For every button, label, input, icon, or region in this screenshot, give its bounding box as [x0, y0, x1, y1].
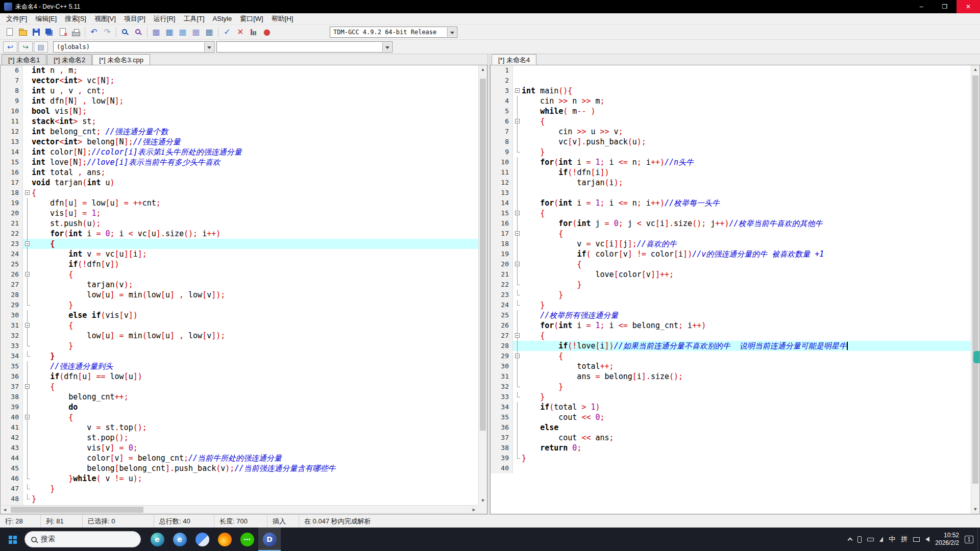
- code-text[interactable]: tarjan(i);: [522, 178, 971, 188]
- code-text[interactable]: }: [522, 300, 971, 310]
- code-line-32[interactable]: 32 low[u] = min(low[u] , low[v]);: [1, 331, 478, 341]
- code-text[interactable]: love[color[v]]++;: [522, 269, 971, 280]
- menu-item-1[interactable]: 编辑[E]: [31, 13, 61, 24]
- code-text[interactable]: }: [32, 341, 478, 351]
- code-line-25[interactable]: 25 //枚举所有强连通分量: [491, 310, 971, 320]
- code-line-23[interactable]: 23- {: [1, 239, 478, 249]
- code-text[interactable]: {: [522, 116, 971, 127]
- notification-badge[interactable]: 1: [965, 536, 973, 543]
- code-text[interactable]: {: [522, 208, 971, 218]
- fold-marker-icon[interactable]: -: [515, 354, 520, 358]
- hidden-icons-chevron-icon[interactable]: [848, 538, 853, 543]
- code-text[interactable]: {: [32, 269, 478, 280]
- code-text[interactable]: {: [522, 351, 971, 361]
- globals-select[interactable]: (globals): [53, 41, 214, 53]
- menu-item-8[interactable]: 窗口[W]: [236, 13, 267, 24]
- fold-marker-icon[interactable]: -: [25, 384, 30, 389]
- code-line-47[interactable]: 47 }: [1, 484, 478, 494]
- code-line-43[interactable]: 43 vis[v] = 0;: [1, 443, 478, 453]
- compile-run-icon[interactable]: ▦: [176, 26, 189, 38]
- rebuild-icon[interactable]: ▦: [189, 26, 203, 38]
- code-line-39[interactable]: 39 do: [1, 402, 478, 412]
- code-text[interactable]: cout << ans;: [522, 433, 971, 443]
- battery-icon[interactable]: [867, 538, 874, 541]
- code-line-30[interactable]: 30 total++;: [491, 361, 971, 371]
- left-horizontal-scrollbar[interactable]: ◄ ►: [1, 505, 478, 514]
- code-line-13[interactable]: 13: [491, 188, 971, 198]
- code-line-20[interactable]: 20- {: [491, 259, 971, 269]
- code-line-16[interactable]: 16 for(int j = 0; j < vc[i].size(); j++)…: [491, 218, 971, 229]
- code-line-29[interactable]: 29- {: [491, 351, 971, 361]
- members-select[interactable]: [216, 41, 393, 53]
- code-line-5[interactable]: 5 while( m-- ): [491, 106, 971, 116]
- code-text[interactable]: int color[N];//color[i]表示第i头牛所处的强连通分量: [32, 147, 478, 157]
- firefox-icon[interactable]: [213, 528, 236, 551]
- right-vertical-scrollbar[interactable]: ▲ ▼: [971, 65, 979, 514]
- left-tab-0[interactable]: [*] 未命名1: [2, 54, 46, 65]
- code-text[interactable]: vector<int> belong[N];//强连通分量: [32, 137, 478, 147]
- fold-marker-icon[interactable]: -: [25, 190, 30, 195]
- right-tab-0[interactable]: [*] 未命名4: [492, 54, 536, 65]
- menu-item-5[interactable]: 运行[R]: [150, 13, 180, 24]
- find-icon[interactable]: [118, 26, 132, 38]
- code-text[interactable]: }: [522, 392, 971, 402]
- code-line-8[interactable]: 8 vc[v].push_back(u);: [491, 137, 971, 147]
- code-line-32[interactable]: 32 }: [491, 382, 971, 392]
- code-line-36[interactable]: 36 else: [491, 422, 971, 433]
- code-text[interactable]: vis[u] = 1;: [32, 208, 478, 218]
- code-text[interactable]: {: [32, 320, 478, 331]
- code-line-37[interactable]: 37- {: [1, 382, 478, 392]
- syntax-check-icon[interactable]: ✓: [220, 26, 234, 38]
- code-text[interactable]: v = st.top();: [32, 422, 478, 433]
- menu-item-4[interactable]: 项目[P]: [120, 13, 150, 24]
- code-line-37[interactable]: 37 cout << ans;: [491, 433, 971, 443]
- code-line-36[interactable]: 36 if(dfn[u] == low[u]): [1, 371, 478, 382]
- fold-marker-icon[interactable]: -: [515, 211, 520, 215]
- code-line-12[interactable]: 12 tarjan(i);: [491, 178, 971, 188]
- fold-marker-icon[interactable]: -: [25, 415, 30, 419]
- maximize-button[interactable]: ❒: [933, 0, 957, 13]
- code-text[interactable]: do: [32, 402, 478, 412]
- scroll-down-arrow-icon[interactable]: ▼: [971, 505, 979, 514]
- code-text[interactable]: }: [522, 290, 971, 300]
- code-line-11[interactable]: 11 if(!dfn[i]): [491, 167, 971, 178]
- code-text[interactable]: int v = vc[u][i];: [32, 249, 478, 259]
- code-text[interactable]: }: [522, 382, 971, 392]
- code-line-41[interactable]: 41 v = st.top();: [1, 422, 478, 433]
- code-line-33[interactable]: 33 }: [491, 392, 971, 402]
- code-line-11[interactable]: 11stack<int> st;: [1, 116, 478, 127]
- code-line-24[interactable]: 24 int v = vc[u][i];: [1, 249, 478, 259]
- code-line-27[interactable]: 27 tarjan(v);: [1, 280, 478, 290]
- code-line-20[interactable]: 20 vis[u] = 1;: [1, 208, 478, 218]
- menu-item-0[interactable]: 文件[F]: [2, 13, 31, 24]
- fold-marker-icon[interactable]: -: [515, 88, 520, 93]
- code-line-10[interactable]: 10 for(int i = 1; i <= n; i++)//n头牛: [491, 157, 971, 167]
- code-text[interactable]: for(int i = 1; i <= belong_cnt; i++): [522, 320, 971, 331]
- fold-marker-icon[interactable]: -: [515, 231, 520, 236]
- menu-item-2[interactable]: 搜索[S]: [61, 13, 90, 24]
- code-text[interactable]: dfn[u] = low[u] = ++cnt;: [32, 198, 478, 208]
- code-line-10[interactable]: 10bool vis[N];: [1, 106, 478, 116]
- volume-muted-icon[interactable]: [925, 537, 929, 542]
- scroll-down-arrow-icon[interactable]: ▼: [479, 496, 487, 505]
- code-line-2[interactable]: 2: [491, 76, 971, 86]
- code-line-6[interactable]: 6- {: [491, 116, 971, 127]
- code-line-22[interactable]: 22 }: [491, 280, 971, 290]
- code-line-3[interactable]: 3-int main(){: [491, 86, 971, 96]
- code-line-4[interactable]: 4 cin >> n >> m;: [491, 96, 971, 106]
- code-text[interactable]: }: [522, 147, 971, 157]
- code-line-13[interactable]: 13vector<int> belong[N];//强连通分量: [1, 137, 478, 147]
- fold-marker-icon[interactable]: -: [25, 241, 30, 246]
- code-line-8[interactable]: 8int u , v , cnt;: [1, 86, 478, 96]
- replace-icon[interactable]: [132, 26, 145, 38]
- code-line-38[interactable]: 38 belong_cnt++;: [1, 392, 478, 402]
- clock[interactable]: 10:52 2026/2/2: [935, 532, 959, 547]
- code-text[interactable]: {: [522, 229, 971, 239]
- code-text[interactable]: belong_cnt++;: [32, 392, 478, 402]
- code-text[interactable]: }while( v != u);: [32, 473, 478, 484]
- show-desktop-button[interactable]: [977, 528, 980, 551]
- code-line-17[interactable]: 17void tarjan(int u): [1, 178, 478, 188]
- code-text[interactable]: for(int i = 1; i <= n; i++)//枚举每一头牛: [522, 198, 971, 208]
- code-text[interactable]: {: [522, 259, 971, 269]
- print-icon[interactable]: [69, 26, 83, 38]
